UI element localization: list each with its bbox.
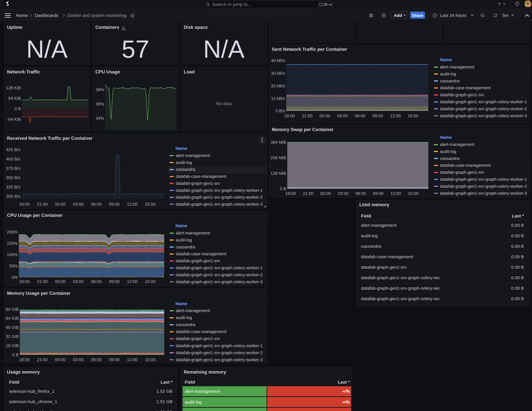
svg-text:30 kB/s: 30 kB/s bbox=[271, 71, 285, 76]
svg-text:03:00: 03:00 bbox=[73, 357, 84, 362]
svg-text:50%: 50% bbox=[9, 264, 18, 268]
svg-text:21:00: 21:00 bbox=[302, 113, 313, 118]
svg-text:375 B/s: 375 B/s bbox=[6, 166, 20, 171]
svg-text:15:00: 15:00 bbox=[145, 279, 156, 284]
svg-text:0 B: 0 B bbox=[14, 107, 21, 111]
svg-text:00:00: 00:00 bbox=[320, 113, 330, 118]
svg-text:128 KiB: 128 KiB bbox=[6, 85, 21, 90]
svg-text:03:00: 03:00 bbox=[73, 279, 84, 284]
svg-text:0 B: 0 B bbox=[280, 186, 286, 191]
svg-text:12:00: 12:00 bbox=[127, 202, 138, 207]
svg-text:15:00: 15:00 bbox=[145, 357, 156, 362]
svg-text:400 B/s: 400 B/s bbox=[6, 157, 20, 161]
svg-text:0 B/s: 0 B/s bbox=[276, 109, 285, 113]
svg-text:100%: 100% bbox=[7, 252, 18, 257]
svg-text:06:00: 06:00 bbox=[91, 357, 102, 362]
svg-text:18:00: 18:00 bbox=[284, 113, 295, 118]
svg-text:21:00: 21:00 bbox=[303, 191, 314, 196]
svg-text:10 kB/s: 10 kB/s bbox=[271, 96, 285, 101]
svg-text:80 GiB: 80 GiB bbox=[6, 307, 19, 312]
svg-text:48 GiB: 48 GiB bbox=[6, 325, 19, 330]
svg-text:03:00: 03:00 bbox=[73, 202, 84, 207]
svg-text:64 KiB: 64 KiB bbox=[9, 96, 21, 101]
svg-text:40 kB/s: 40 kB/s bbox=[271, 58, 285, 63]
svg-text:12:00: 12:00 bbox=[127, 357, 138, 362]
svg-text:21:00: 21:00 bbox=[37, 279, 48, 284]
svg-text:300 B/s: 300 B/s bbox=[6, 194, 20, 199]
svg-text:18:00: 18:00 bbox=[19, 357, 30, 362]
svg-text:256 MiB: 256 MiB bbox=[271, 155, 286, 160]
svg-text:09:00: 09:00 bbox=[109, 357, 120, 362]
svg-text:00:00: 00:00 bbox=[55, 279, 66, 284]
svg-text:15:00: 15:00 bbox=[408, 191, 418, 196]
svg-text:06:00: 06:00 bbox=[355, 113, 365, 118]
svg-text:64 GiB: 64 GiB bbox=[6, 316, 19, 320]
svg-text:150%: 150% bbox=[7, 241, 18, 246]
svg-text:0 B: 0 B bbox=[12, 352, 19, 357]
svg-text:00:00: 00:00 bbox=[55, 202, 66, 207]
svg-text:03:00: 03:00 bbox=[337, 113, 348, 118]
svg-text:18:00: 18:00 bbox=[285, 191, 296, 196]
svg-text:200%: 200% bbox=[7, 230, 18, 234]
svg-text:425 B/s: 425 B/s bbox=[6, 147, 20, 152]
svg-text:00:00: 00:00 bbox=[320, 191, 331, 196]
svg-text:21:00: 21:00 bbox=[37, 357, 48, 362]
svg-text:32 GiB: 32 GiB bbox=[6, 334, 19, 339]
svg-text:09:00: 09:00 bbox=[372, 113, 383, 118]
svg-text:09:00: 09:00 bbox=[373, 191, 384, 196]
svg-text:-64 KiB: -64 KiB bbox=[7, 117, 21, 122]
svg-text:12:00: 12:00 bbox=[390, 113, 401, 118]
svg-text:12:00: 12:00 bbox=[127, 279, 138, 284]
svg-text:384 MiB: 384 MiB bbox=[271, 140, 286, 145]
svg-text:03:00: 03:00 bbox=[338, 191, 349, 196]
svg-text:12:00: 12:00 bbox=[390, 191, 401, 196]
svg-text:38%: 38% bbox=[96, 87, 104, 92]
svg-text:00:00: 00:00 bbox=[55, 357, 66, 362]
svg-text:34%: 34% bbox=[96, 116, 104, 121]
svg-text:18:00: 18:00 bbox=[19, 202, 30, 207]
svg-text:0%: 0% bbox=[11, 275, 18, 280]
svg-text:15:00: 15:00 bbox=[408, 113, 418, 118]
svg-text:18:00: 18:00 bbox=[19, 279, 30, 284]
svg-text:21:00: 21:00 bbox=[37, 202, 48, 207]
svg-text:09:00: 09:00 bbox=[109, 279, 120, 284]
svg-text:36%: 36% bbox=[96, 102, 104, 106]
svg-text:128 MiB: 128 MiB bbox=[271, 171, 286, 176]
svg-text:325 B/s: 325 B/s bbox=[6, 185, 20, 189]
svg-text:350 B/s: 350 B/s bbox=[6, 175, 20, 180]
svg-text:06:00: 06:00 bbox=[91, 279, 102, 284]
svg-text:06:00: 06:00 bbox=[355, 191, 366, 196]
svg-text:06:00: 06:00 bbox=[91, 202, 102, 207]
svg-text:16 GiB: 16 GiB bbox=[6, 343, 19, 348]
svg-text:15:00: 15:00 bbox=[145, 202, 156, 207]
svg-text:20 kB/s: 20 kB/s bbox=[271, 84, 285, 88]
svg-text:09:00: 09:00 bbox=[109, 202, 120, 207]
